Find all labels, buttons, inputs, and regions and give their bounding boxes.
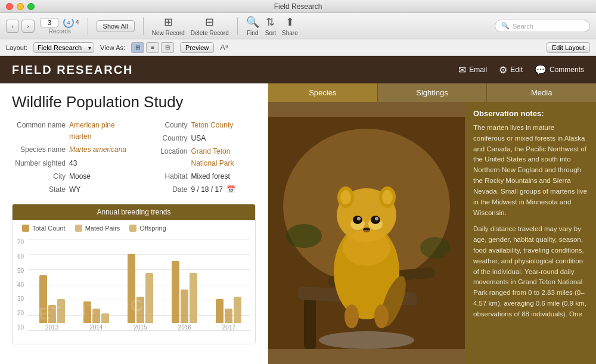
svg-point-21 bbox=[374, 304, 389, 328]
svg-point-17 bbox=[382, 190, 393, 204]
layout-select[interactable]: Field Research bbox=[33, 42, 94, 53]
separator-2 bbox=[143, 17, 144, 35]
city-row: City Moose bbox=[12, 171, 134, 182]
chart-area: 70 60 50 40 30 20 10 bbox=[13, 237, 255, 344]
bars-2014 bbox=[83, 239, 109, 323]
total-records: 4 4 bbox=[63, 17, 79, 28]
main-content: Wildlife Population Study Common name Am… bbox=[0, 83, 596, 364]
minimize-button[interactable] bbox=[17, 3, 24, 10]
new-record-action[interactable]: ⊞ New Record bbox=[152, 15, 185, 36]
year-label-2016: 2016 bbox=[178, 324, 191, 331]
find-action[interactable]: 🔍 Find bbox=[246, 15, 259, 36]
country-row: Country USA bbox=[134, 133, 256, 144]
calendar-icon[interactable]: 📅 bbox=[226, 184, 235, 195]
show-all-button[interactable]: Show All bbox=[97, 20, 135, 32]
bar-off-2015 bbox=[145, 273, 153, 323]
legend-label-total: Total Count bbox=[32, 225, 66, 232]
font-size-button[interactable]: Aᵃ bbox=[220, 43, 228, 52]
bar-tc-2016 bbox=[172, 261, 179, 323]
county-row: County Teton County bbox=[134, 120, 256, 131]
bar-mp-2015 bbox=[136, 297, 144, 323]
tab-sightings[interactable]: Sightings bbox=[378, 83, 488, 102]
year-group-2016: 2016 bbox=[163, 239, 206, 331]
edit-icon: ⚙ bbox=[499, 64, 507, 76]
svg-point-12 bbox=[375, 217, 378, 220]
preview-button[interactable]: Preview bbox=[180, 42, 214, 53]
y-label-40: 40 bbox=[17, 282, 24, 288]
habitat-label: Habitat bbox=[134, 171, 188, 182]
y-label-50: 50 bbox=[17, 267, 24, 274]
bars-container: 2013 2014 bbox=[30, 239, 250, 331]
records-label: Records bbox=[49, 28, 71, 35]
county-label: County bbox=[134, 120, 188, 131]
y-label-30: 30 bbox=[17, 295, 24, 302]
obs-para-2: Daily distance traveled may vary by age,… bbox=[473, 224, 588, 319]
species-name-row: Species name Martes americana bbox=[12, 144, 134, 155]
legend-dot-total bbox=[22, 225, 29, 232]
svg-rect-2 bbox=[304, 295, 316, 349]
bar-mp-2013 bbox=[48, 305, 56, 323]
bars-2017 bbox=[216, 239, 241, 323]
current-record-input[interactable] bbox=[41, 18, 58, 27]
content-area: Observation notes: The marten lives in m… bbox=[268, 102, 596, 364]
layout-select-wrap[interactable]: Field Research bbox=[33, 42, 94, 53]
search-box[interactable]: 🔍 Search bbox=[495, 20, 590, 32]
legend-dot-mated bbox=[75, 225, 82, 232]
y-label-10: 10 bbox=[17, 324, 24, 331]
back-button[interactable]: ‹ bbox=[6, 20, 19, 33]
close-button[interactable] bbox=[6, 3, 13, 10]
date-value: 9 / 18 / 17 bbox=[191, 184, 223, 195]
chart-section: Annual breeding trends Total Count Mated… bbox=[12, 204, 256, 344]
animal-image-container bbox=[268, 102, 465, 364]
country-label: Country bbox=[134, 133, 188, 144]
header-actions: ✉ Email ⚙ Edit 💬 Comments bbox=[458, 64, 584, 76]
view-buttons: ⊞ ≡ ⊟ bbox=[131, 42, 174, 53]
bar-mp-2016 bbox=[181, 290, 188, 323]
view-form-button[interactable]: ⊞ bbox=[131, 42, 144, 53]
tab-species[interactable]: Species bbox=[268, 83, 378, 102]
share-action[interactable]: ⬆ Share bbox=[282, 15, 298, 36]
delete-record-action[interactable]: ⊟ Delete Record bbox=[191, 15, 229, 36]
tab-media[interactable]: Media bbox=[487, 83, 596, 102]
legend-offspring: Offspring bbox=[129, 225, 166, 232]
date-label: Date bbox=[134, 184, 188, 195]
tabs: Species Sightings Media bbox=[268, 83, 596, 102]
email-label: Email bbox=[469, 66, 487, 74]
separator-1 bbox=[88, 17, 88, 35]
obs-title: Observation notes: bbox=[473, 109, 588, 118]
edit-label: Edit bbox=[510, 66, 523, 74]
edit-action[interactable]: ⚙ Edit bbox=[499, 64, 523, 76]
svg-point-22 bbox=[319, 331, 414, 349]
left-info-col: Common name American pine marten Species… bbox=[12, 120, 134, 195]
email-icon: ✉ bbox=[458, 64, 466, 76]
obs-para-1: The marten lives in mature coniferous or… bbox=[473, 123, 588, 218]
comments-action[interactable]: 💬 Comments bbox=[535, 64, 584, 76]
new-record-icon: ⊞ bbox=[164, 15, 173, 29]
layout-bar: Layout: Field Research View As: ⊞ ≡ ⊟ Pr… bbox=[0, 39, 596, 56]
window-controls[interactable] bbox=[6, 3, 35, 10]
total-label: 4 bbox=[76, 19, 79, 26]
view-list-button[interactable]: ≡ bbox=[146, 42, 159, 53]
legend-label-offspring: Offspring bbox=[139, 225, 166, 232]
forward-button[interactable]: › bbox=[21, 20, 35, 33]
edit-layout-button[interactable]: Edit Layout bbox=[547, 42, 590, 53]
svg-point-23 bbox=[286, 224, 322, 248]
year-label-2014: 2014 bbox=[89, 324, 103, 331]
sort-action[interactable]: ⇅ Sort bbox=[265, 15, 276, 36]
bar-tc-2014 bbox=[83, 301, 91, 323]
year-label-2015: 2015 bbox=[134, 324, 147, 331]
maximize-button[interactable] bbox=[27, 3, 35, 10]
find-label: Find bbox=[247, 30, 258, 36]
legend-label-mated: Mated Pairs bbox=[85, 225, 120, 232]
right-info-col: County Teton County Country USA Location… bbox=[134, 120, 256, 195]
state-row: State WY bbox=[12, 184, 134, 195]
y-label-20: 20 bbox=[17, 310, 24, 316]
delete-record-label: Delete Record bbox=[191, 30, 229, 36]
bar-off-2017 bbox=[234, 297, 241, 323]
bar-mp-2014 bbox=[92, 309, 100, 323]
view-table-button[interactable]: ⊟ bbox=[161, 42, 174, 53]
right-panel: Species Sightings Media bbox=[268, 83, 596, 364]
bar-tc-2017 bbox=[216, 299, 224, 323]
number-sighted-label: Number sighted bbox=[12, 158, 66, 169]
email-action[interactable]: ✉ Email bbox=[458, 64, 487, 76]
